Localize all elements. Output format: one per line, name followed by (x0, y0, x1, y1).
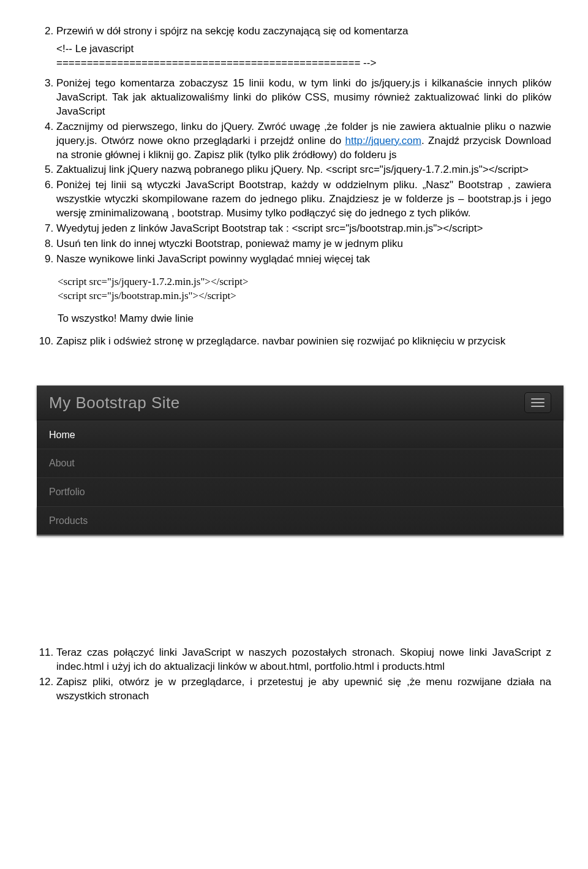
list-item-6: Poniżej tej linii są wtyczki JavaScript … (56, 178, 551, 221)
script-line-1: <script src="js/jquery-1.7.2.min.js"></s… (58, 275, 551, 289)
list-item-9: Nasze wynikowe linki JavaScript powinny … (56, 252, 551, 267)
hamburger-icon (531, 406, 545, 407)
item-9-text: Nasze wynikowe linki JavaScript powinny … (56, 253, 370, 265)
closing-line: To wszystko! Mamy dwie linie (58, 312, 551, 326)
item-11-text: Teraz czas połączyć linki JavaScript w n… (56, 647, 551, 672)
navbar-screenshot: My Bootstrap Site Home About Portfolio P… (37, 385, 551, 536)
instruction-list: Przewiń w dół strony i spójrz na sekcję … (37, 25, 551, 267)
instruction-list-11: Teraz czas połączyć linki JavaScript w n… (37, 646, 551, 704)
script-line-2: <script src="js/bootstrap.min.js"></scri… (58, 289, 551, 303)
list-item-7: Wyedytuj jeden z linków JavaScript Boots… (56, 222, 551, 236)
list-item-2: Przewiń w dół strony i spójrz na sekcję … (56, 25, 551, 70)
nav-item-portfolio[interactable]: Portfolio (37, 477, 564, 506)
item-5-text: Zaktualizuj link jQuery nazwą pobranego … (56, 164, 529, 175)
item-12-text: Zapisz pliki, otwórz je w przeglądarce, … (56, 676, 551, 702)
list-item-3: Poniżej tego komentarza zobaczysz 15 lin… (56, 77, 551, 119)
list-item-11: Teraz czas połączyć linki JavaScript w n… (56, 646, 551, 674)
navbar-brand[interactable]: My Bootstrap Site (49, 392, 180, 414)
list-item-12: Zapisz pliki, otwórz je w przeglądarce, … (56, 675, 551, 704)
nav-item-about[interactable]: About (37, 449, 564, 477)
list-item-4: Zacznijmy od pierwszego, linku do jQuery… (56, 120, 551, 162)
item-2-intro: Przewiń w dół strony i spójrz na sekcję … (56, 25, 409, 37)
jquery-link[interactable]: http://jquery.com (345, 135, 421, 146)
item-3-text: Poniżej tego komentarza zobaczysz 15 lin… (56, 77, 551, 117)
script-code-block: <script src="js/jquery-1.7.2.min.js"></s… (58, 275, 551, 303)
item-8-text: Usuń ten link do innej wtyczki Bootstrap… (56, 238, 403, 249)
list-item-5: Zaktualizuj link jQuery nazwą pobranego … (56, 163, 551, 177)
nav-item-products[interactable]: Products (37, 506, 564, 536)
item-6-text: Poniżej tej linii są wtyczki JavaScript … (56, 179, 551, 219)
list-item-8: Usuń ten link do innej wtyczki Bootstrap… (56, 237, 551, 251)
nav-item-home[interactable]: Home (37, 420, 564, 449)
hamburger-icon (531, 402, 545, 403)
instruction-list-10: Zapisz plik i odśwież stronę w przegląda… (37, 335, 551, 349)
navbar-top: My Bootstrap Site (37, 385, 564, 420)
list-item-10: Zapisz plik i odśwież stronę w przegląda… (56, 335, 551, 349)
navbar-menu: Home About Portfolio Products (37, 420, 564, 536)
navbar-toggle-button[interactable] (524, 392, 551, 413)
hamburger-icon (531, 398, 545, 400)
item-10-text: Zapisz plik i odśwież stronę w przegląda… (56, 335, 505, 347)
item-7-text: Wyedytuj jeden z linków JavaScript Boots… (56, 222, 483, 234)
item-2-code: <!-- Le javascript =====================… (56, 42, 551, 70)
